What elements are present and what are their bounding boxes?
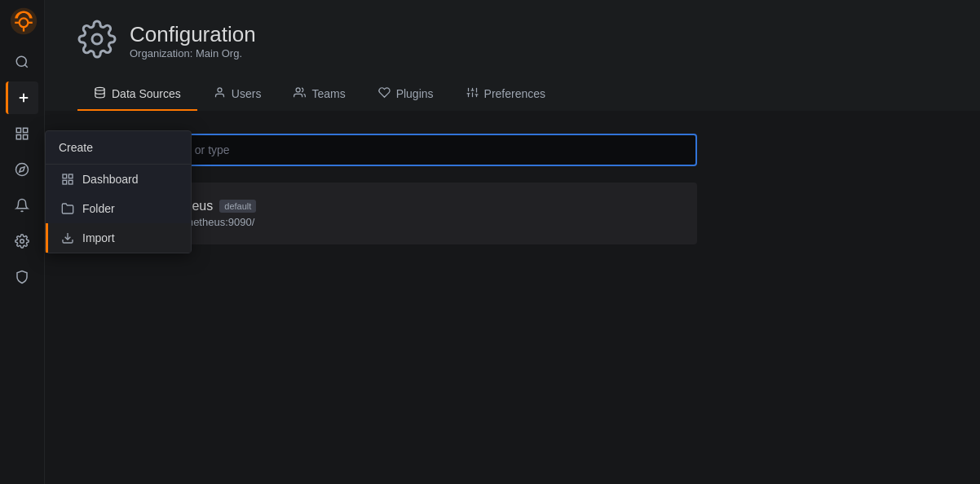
tab-preferences[interactable]: Preferences: [450, 78, 562, 111]
tab-users-label: Users: [232, 87, 262, 100]
sliders-icon: [466, 86, 479, 101]
sidebar-item-create[interactable]: [6, 81, 38, 114]
settings-icon: [77, 20, 117, 62]
config-header: Configuration Organization: Main Org.: [77, 20, 947, 62]
grafana-logo[interactable]: [9, 7, 35, 33]
svg-point-21: [92, 34, 102, 44]
svg-rect-12: [24, 135, 28, 139]
top-area: Configuration Organization: Main Org. Da…: [45, 0, 980, 111]
svg-point-15: [20, 240, 24, 244]
svg-point-23: [218, 88, 222, 92]
sidebar: [0, 0, 45, 484]
svg-marker-14: [20, 167, 24, 172]
tab-teams-label: Teams: [311, 87, 345, 100]
svg-rect-9: [16, 128, 20, 132]
config-title-group: Configuration Organization: Main Org.: [130, 22, 256, 59]
sidebar-item-configuration[interactable]: [6, 225, 38, 257]
create-import-item[interactable]: Import: [46, 223, 191, 253]
sidebar-item-explore[interactable]: [6, 153, 38, 186]
data-source-badge: default: [219, 200, 256, 213]
page-title: Configuration: [130, 22, 256, 47]
tab-plugins-label: Plugins: [396, 87, 434, 100]
sidebar-item-shield[interactable]: [6, 261, 38, 293]
sidebar-item-dashboards[interactable]: [6, 117, 38, 150]
svg-line-6: [24, 64, 27, 67]
create-folder-item[interactable]: Folder: [46, 194, 191, 223]
sidebar-item-alerting[interactable]: [6, 189, 38, 222]
create-dashboard-item[interactable]: Dashboard: [46, 165, 191, 194]
tab-data-sources[interactable]: Data Sources: [77, 78, 197, 111]
svg-rect-16: [63, 174, 67, 178]
tab-users[interactable]: Users: [197, 78, 278, 111]
svg-rect-19: [68, 180, 73, 184]
svg-point-13: [16, 164, 29, 176]
folder-icon: [61, 202, 74, 215]
create-dashboard-label: Dashboard: [82, 173, 139, 186]
sidebar-item-search[interactable]: [6, 46, 38, 78]
svg-point-5: [16, 56, 26, 66]
tab-preferences-label: Preferences: [484, 87, 545, 100]
svg-point-22: [95, 87, 104, 90]
user-icon: [214, 86, 226, 101]
tab-data-sources-label: Data Sources: [112, 87, 181, 100]
create-folder-label: Folder: [82, 202, 115, 215]
create-menu-header: Create: [46, 131, 191, 165]
svg-point-24: [297, 88, 301, 92]
svg-rect-17: [68, 174, 73, 178]
create-import-label: Import: [82, 231, 115, 244]
tab-plugins[interactable]: Plugins: [362, 78, 450, 111]
import-icon: [61, 231, 74, 244]
page-subtitle: Organization: Main Org.: [130, 47, 256, 59]
create-dropdown-menu: Create Dashboard Folder Import: [45, 130, 192, 253]
tab-teams[interactable]: Teams: [277, 78, 361, 111]
users-icon: [294, 86, 306, 101]
tabs-bar: Data Sources Users: [77, 78, 947, 111]
svg-rect-18: [63, 180, 67, 184]
plugin-icon: [378, 86, 391, 101]
dashboard-icon: [61, 173, 74, 186]
database-icon: [94, 86, 106, 101]
svg-rect-10: [24, 128, 28, 132]
svg-rect-11: [16, 135, 20, 139]
